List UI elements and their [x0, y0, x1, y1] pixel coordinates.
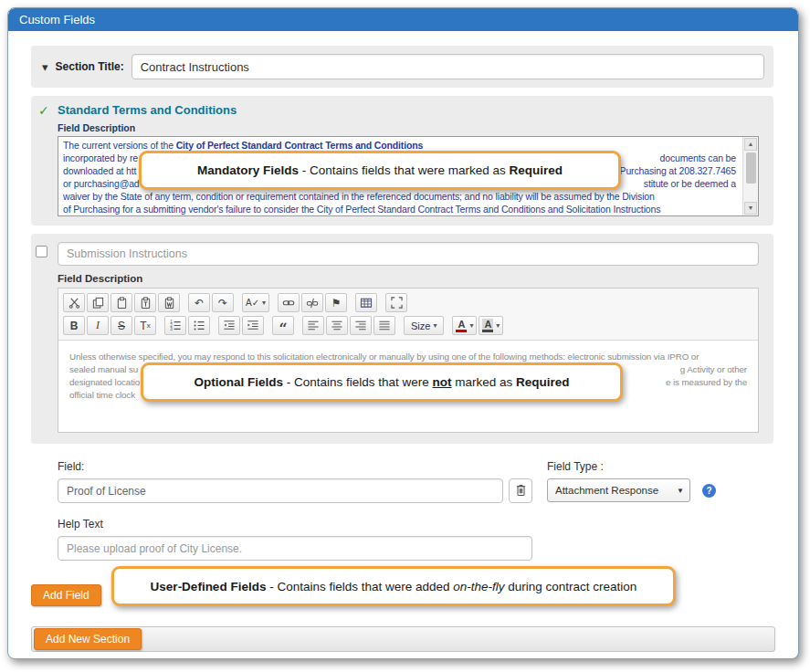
toolbar-row-2: B I S Tx 123 — [63, 314, 753, 337]
section-title-input[interactable] — [131, 54, 764, 79]
redo-icon[interactable]: ↷ — [212, 293, 234, 312]
chevron-down-icon: ▾ — [262, 299, 266, 307]
help-text-label: Help Text — [58, 518, 773, 530]
editor-text-line: Unless otherwise specified, you may resp… — [69, 351, 747, 363]
text-color-icon[interactable]: A▾ — [452, 316, 477, 335]
check-icon: ✓ — [38, 103, 49, 118]
unlink-icon[interactable] — [301, 293, 323, 312]
section-title-label: Section Title: — [56, 60, 124, 73]
terms-text-line: The current versions of the City of Perf… — [63, 139, 736, 152]
blockquote-icon[interactable]: “ — [272, 316, 294, 335]
trash-icon — [515, 483, 527, 499]
chevron-down-icon: ▾ — [496, 321, 500, 330]
help-text-input[interactable] — [58, 536, 532, 561]
chevron-down-icon: ▾ — [433, 321, 437, 330]
font-size-dropdown[interactable]: Size▾ — [404, 316, 444, 335]
scrollbar[interactable]: ▲ ▼ — [742, 137, 758, 215]
field-description-label: Field Description — [58, 273, 759, 284]
field-type-select[interactable]: Attachment Response ▼ — [547, 478, 690, 502]
svg-text:3: 3 — [170, 327, 173, 331]
section-title-bar: ▾ Section Title: — [31, 46, 773, 88]
table-icon[interactable] — [355, 293, 377, 312]
dialog-header: Custom Fields — [8, 8, 798, 31]
standard-terms-panel: ✓ Standard Terms and Conditions Field De… — [31, 96, 773, 226]
italic-icon[interactable]: I — [87, 316, 109, 335]
delete-field-button[interactable] — [509, 478, 532, 503]
maximize-icon[interactable] — [385, 293, 407, 312]
paste-icon[interactable] — [110, 293, 132, 312]
background-color-icon[interactable]: A▾ — [479, 316, 503, 335]
add-field-button[interactable]: Add Field — [31, 584, 101, 606]
callout-optional-fields: Optional Fields - Contains fields that w… — [141, 362, 623, 402]
undo-icon[interactable]: ↶ — [188, 293, 210, 312]
align-left-icon[interactable] — [302, 316, 324, 335]
collapse-section-icon[interactable]: ▾ — [42, 61, 48, 73]
align-justify-icon[interactable] — [373, 316, 395, 335]
custom-fields-dialog: Custom Fields ▾ Section Title: ✓ Standar… — [7, 7, 799, 659]
flag-anchor-icon[interactable]: ⚑ — [325, 293, 347, 312]
field-description-label: Field Description — [58, 122, 759, 133]
increase-indent-icon[interactable] — [242, 316, 264, 335]
scroll-down-icon[interactable]: ▼ — [744, 202, 757, 215]
dialog-content: ▾ Section Title: ✓ Standard Terms and Co… — [8, 31, 798, 606]
terms-text-line: waiver by the State of any term, conditi… — [63, 190, 736, 203]
copy-icon[interactable] — [87, 293, 109, 312]
align-right-icon[interactable] — [350, 316, 372, 335]
submission-panel: Field Description ↶ ↷ — [31, 234, 773, 444]
editor-content[interactable]: Unless otherwise specified, you may resp… — [58, 341, 758, 432]
help-icon[interactable]: ? — [702, 484, 716, 498]
link-icon[interactable] — [278, 293, 300, 312]
align-center-icon[interactable] — [326, 316, 348, 335]
terms-textbox[interactable]: The current versions of the City of Perf… — [58, 136, 759, 216]
paste-plain-text-icon[interactable] — [134, 293, 156, 312]
remove-format-icon[interactable]: Tx — [134, 316, 156, 335]
chevron-down-icon: ▾ — [469, 321, 473, 330]
toolbar-row-1: ↶ ↷ A✓▾ ⚑ — [63, 291, 753, 314]
callout-mandatory-fields: Mandatory Fields - Contains fields that … — [139, 151, 621, 190]
editor-toolbar: ↶ ↷ A✓▾ ⚑ — [58, 289, 758, 341]
spellcheck-icon[interactable]: A✓▾ — [242, 293, 269, 312]
add-new-section-button[interactable]: Add New Section — [34, 628, 142, 650]
field-checkbox[interactable] — [36, 246, 47, 257]
scroll-up-icon[interactable]: ▲ — [744, 138, 757, 151]
callout-user-defined-fields: User-Defined Fields - Contains fields th… — [111, 566, 676, 606]
bulleted-list-icon[interactable] — [188, 316, 210, 335]
select-arrow-icon: ▼ — [677, 487, 684, 495]
field-label: Field: — [58, 460, 532, 473]
strikethrough-icon[interactable]: S — [110, 316, 132, 335]
bold-icon[interactable]: B — [63, 316, 85, 335]
user-defined-fields-area: Field: Field Type : Attachment Response … — [31, 460, 773, 606]
rich-text-editor: ↶ ↷ A✓▾ ⚑ — [58, 288, 759, 433]
field-type-label: Field Type : — [547, 460, 730, 473]
dialog-title: Custom Fields — [19, 13, 95, 26]
decrease-indent-icon[interactable] — [218, 316, 240, 335]
field-input[interactable] — [58, 478, 503, 503]
terms-text-line: of Purchasing for a submitting vendor's … — [63, 203, 736, 215]
paste-from-word-icon[interactable] — [158, 293, 180, 312]
footer-bar: Add New Section — [31, 626, 775, 652]
field-name-input[interactable] — [58, 242, 759, 266]
standard-terms-heading: Standard Terms and Conditions — [58, 103, 759, 117]
scrollbar-thumb[interactable] — [746, 152, 756, 184]
cut-icon[interactable] — [63, 293, 85, 312]
numbered-list-icon[interactable]: 123 — [164, 316, 186, 335]
